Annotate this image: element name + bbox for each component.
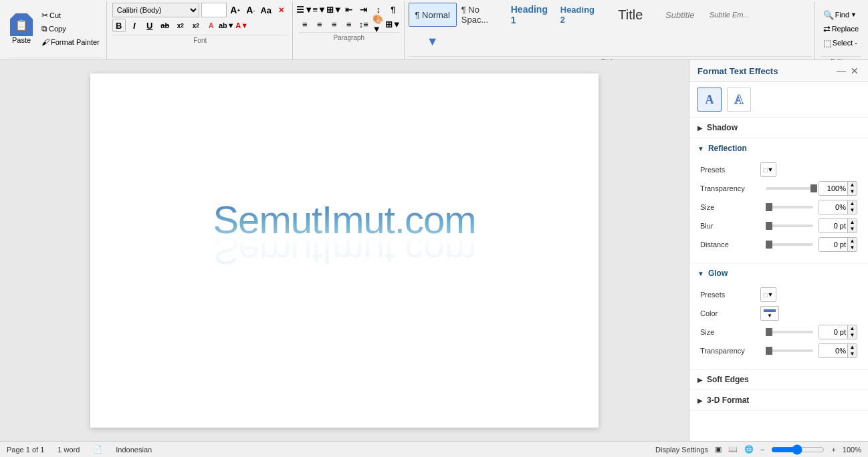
style-subtle-em[interactable]: Subtle Em... [706, 3, 754, 27]
superscript-button[interactable]: x2 [189, 19, 203, 32]
glow-size-label: Size [700, 328, 760, 336]
italic-button[interactable]: I [128, 19, 141, 32]
view-read-icon[interactable]: 📖 [728, 445, 738, 454]
reflection-size-input[interactable] [819, 200, 847, 214]
underline-button[interactable]: U [143, 19, 156, 32]
shadow-section: ▶ Shadow [689, 118, 868, 138]
zoom-in-button[interactable]: + [831, 446, 835, 454]
glow-transparency-slider[interactable] [766, 349, 813, 352]
panel-collapse-button[interactable]: — [836, 65, 847, 76]
reflection-blur-input[interactable] [819, 219, 847, 233]
view-web-icon[interactable]: 🌐 [744, 445, 754, 454]
reflection-size-down[interactable]: ▼ [847, 207, 857, 214]
reflection-section: ▼ Reflection Presets □ ▼ Transparency [689, 138, 868, 263]
text-effects-button[interactable]: A [205, 19, 218, 32]
reflection-distance-slider[interactable] [766, 243, 813, 246]
paragraph-group: ☰▼ ≡▼ ⊞▼ ⇤ ⇥ ↕ ¶ ≡ ≡ ≡ ≡ ↕≡ 🎨▼ ⊞▼ Paragr… [294, 1, 405, 68]
reflection-transparency-up[interactable]: ▲ [847, 182, 857, 188]
multilevel-list-button[interactable]: ⊞▼ [328, 3, 341, 16]
style-title[interactable]: Title [607, 3, 655, 27]
glow-transparency-input[interactable] [819, 344, 847, 357]
bullets-button[interactable]: ☰▼ [298, 3, 312, 16]
glow-color-label: Color [700, 309, 760, 317]
reflection-transparency-slider[interactable] [766, 187, 813, 190]
reflection-presets-label: Presets [700, 166, 760, 174]
display-settings-button[interactable]: Display Settings [655, 446, 708, 454]
font-name-select[interactable]: Calibri (Body) [112, 3, 199, 17]
clear-format-button[interactable]: ✕ [275, 3, 288, 17]
glow-size-up[interactable]: ▲ [847, 325, 857, 332]
reflection-distance-up[interactable]: ▲ [847, 238, 857, 245]
format-text-effects-panel: Format Text Effects — ✕ A A ▶ Shadow ▼ R… [689, 60, 868, 441]
zoom-slider[interactable] [771, 444, 825, 455]
reflection-transparency-input[interactable] [819, 182, 847, 195]
show-marks-button[interactable]: ¶ [387, 3, 400, 16]
shadow-title: Shadow [707, 123, 738, 132]
style-heading1[interactable]: Heading 1 [508, 3, 556, 27]
shadow-section-header[interactable]: ▶ Shadow [689, 118, 868, 138]
reflection-blur-slider[interactable] [766, 224, 813, 227]
style-heading2[interactable]: Heading 2 [557, 3, 605, 27]
grow-font-button[interactable]: A+ [229, 3, 242, 17]
reflection-size-up[interactable]: ▲ [847, 200, 857, 207]
language-label[interactable]: Indonesian [116, 446, 152, 454]
glow-section-header[interactable]: ▼ Glow [689, 263, 868, 283]
reflection-size-slider[interactable] [766, 206, 813, 208]
soft-edges-section-header[interactable]: ▶ Soft Edges [689, 369, 868, 390]
glow-color-button[interactable]: ▼ [760, 306, 779, 321]
format-painter-button[interactable]: 🖌 Format Painter [39, 36, 102, 48]
shading-button[interactable]: 🎨▼ [372, 17, 385, 31]
panel-close-button[interactable]: ✕ [849, 65, 860, 76]
style-normal[interactable]: ¶ Normal [409, 3, 457, 27]
border-button[interactable]: ⊞▼ [387, 17, 400, 31]
glow-size-slider[interactable] [766, 331, 813, 333]
reflection-section-header[interactable]: ▼ Reflection [689, 138, 868, 158]
font-size-input[interactable]: 48 [201, 3, 227, 17]
reflection-distance-down[interactable]: ▼ [847, 245, 857, 251]
reflection-presets-button[interactable]: □ ▼ [760, 162, 776, 177]
decrease-indent-button[interactable]: ⇤ [342, 3, 356, 16]
style-more[interactable]: ▼ [409, 29, 457, 53]
numbering-button[interactable]: ≡▼ [313, 3, 326, 16]
strikethrough-button[interactable]: ab [158, 19, 172, 32]
glow-size-down[interactable]: ▼ [847, 332, 857, 339]
status-bar: Page 1 of 1 1 word 📄 Indonesian Display … [0, 441, 868, 457]
view-normal-icon[interactable]: ▣ [715, 445, 722, 454]
glow-presets-label: Presets [700, 291, 760, 299]
three-d-format-section-header[interactable]: ▶ 3-D Format [689, 390, 868, 410]
align-right-button[interactable]: ≡ [328, 17, 341, 31]
font-color-button[interactable]: A▼ [235, 19, 249, 32]
line-spacing-button[interactable]: ↕≡ [357, 17, 370, 31]
select-button[interactable]: ⬚ Select - [821, 37, 861, 49]
document-page[interactable]: SemutImut.com SemutImut.com [90, 73, 599, 428]
align-center-button[interactable]: ≡ [313, 17, 326, 31]
style-no-spacing[interactable]: ¶ No Spac... [458, 3, 506, 27]
styles-gallery: ¶ Normal ¶ No Spac... Heading 1 Heading … [409, 3, 754, 55]
reflection-distance-input[interactable] [819, 238, 847, 251]
replace-button[interactable]: ⇄ Replace [821, 23, 861, 35]
shrink-font-button[interactable]: A- [244, 3, 257, 17]
subscript-button[interactable]: x2 [174, 19, 187, 32]
zoom-out-button[interactable]: − [760, 446, 764, 454]
glow-transparency-up[interactable]: ▲ [847, 344, 857, 351]
align-left-button[interactable]: ≡ [298, 17, 312, 31]
glow-transparency-down[interactable]: ▼ [847, 351, 857, 357]
glow-size-input[interactable] [819, 325, 847, 339]
glow-presets-button[interactable]: □ ▼ [760, 287, 776, 302]
justify-button[interactable]: ≡ [342, 17, 356, 31]
text-fill-icon[interactable]: A [697, 88, 722, 112]
reflection-blur-down[interactable]: ▼ [847, 226, 857, 233]
increase-indent-button[interactable]: ⇥ [357, 3, 370, 16]
reflection-blur-up[interactable]: ▲ [847, 219, 857, 226]
change-case-button[interactable]: Aa [259, 3, 273, 17]
zoom-level[interactable]: 100% [843, 446, 861, 454]
bold-button[interactable]: B [112, 19, 126, 32]
reflection-transparency-down[interactable]: ▼ [847, 188, 857, 195]
paste-button[interactable]: 📋 Paste [7, 11, 36, 46]
copy-button[interactable]: ⧉ Copy [39, 23, 102, 35]
find-button[interactable]: 🔍 Find ▼ [821, 9, 861, 21]
highlight-color-button[interactable]: ab▼ [220, 19, 233, 32]
text-outline-icon[interactable]: A [727, 88, 751, 112]
cut-button[interactable]: ✂ Cut [39, 9, 102, 21]
style-subtitle[interactable]: Subtitle [656, 3, 704, 27]
